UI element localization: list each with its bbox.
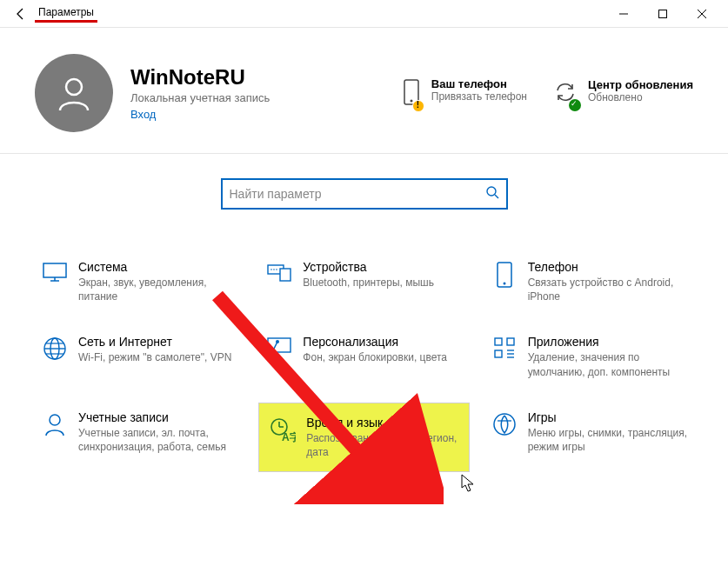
tile-gaming[interactable]: ИгрыМеню игры, снимки, трансляция, режим… [484, 403, 693, 471]
gaming-icon [490, 412, 519, 436]
svg-point-14 [271, 269, 273, 270]
personalization-icon [264, 336, 294, 357]
account-header: WinNoteRU Локальная учетная запись Вход … [0, 28, 728, 154]
search-input[interactable] [230, 187, 485, 201]
svg-rect-27 [507, 338, 514, 345]
svg-rect-28 [495, 350, 502, 357]
update-card[interactable]: Центр обновления Обновлено [553, 78, 693, 108]
svg-point-32 [50, 415, 60, 425]
svg-point-37 [494, 414, 515, 435]
phone-card[interactable]: Ваш телефон Привязать телефон [402, 77, 527, 109]
accounts-icon [40, 412, 70, 436]
devices-icon [264, 262, 294, 283]
network-icon [40, 336, 70, 361]
settings-grid: СистемаЭкран, звук, уведомления, питание… [0, 236, 728, 471]
tile-sub: Связать устройство с Android, iPhone [528, 276, 688, 303]
tile-sub: Фон, экран блокировки, цвета [303, 350, 447, 364]
svg-rect-9 [43, 263, 66, 277]
warning-badge-icon [412, 100, 424, 112]
search-row [0, 154, 728, 236]
svg-rect-13 [280, 269, 291, 281]
tile-title: Приложения [528, 335, 688, 349]
tile-title: Система [78, 260, 238, 274]
ok-badge-icon [569, 99, 581, 111]
svg-point-15 [274, 269, 276, 270]
account-subtitle: Локальная учетная запись [130, 91, 270, 104]
svg-point-18 [503, 283, 505, 285]
phone-card-sub: Привязать телефон [431, 90, 527, 103]
svg-rect-26 [495, 338, 502, 345]
update-card-title: Центр обновления [588, 78, 693, 91]
tile-phone[interactable]: ТелефонСвязать устройство с Android, iPh… [484, 253, 693, 310]
phone-card-title: Ваш телефон [431, 77, 527, 90]
tile-title: Сеть и Интернет [78, 335, 231, 349]
tile-title: Игры [528, 410, 688, 424]
update-icon [553, 80, 578, 108]
search-icon [485, 185, 499, 203]
tile-title: Учетные записи [78, 410, 238, 424]
tile-title: Время и язык [306, 416, 459, 430]
maximize-button[interactable] [643, 0, 682, 28]
tile-time-language[interactable]: A字 Время и языкРаспознавание голоса, рег… [259, 403, 468, 471]
tile-devices[interactable]: УстройстваBluetooth, принтеры, мышь [259, 253, 468, 310]
svg-point-7 [487, 187, 496, 196]
tile-sub: Распознавание голоса, регион, дата [306, 431, 459, 459]
minimize-button[interactable] [604, 0, 643, 28]
svg-rect-1 [658, 10, 666, 17]
signin-link[interactable]: Вход [130, 108, 156, 121]
back-button[interactable] [7, 0, 35, 28]
tile-sub: Учетные записи, эл. почта, синхронизация… [78, 426, 238, 454]
cursor-icon [461, 474, 477, 493]
close-button[interactable] [682, 0, 721, 28]
account-name: WinNoteRU [130, 65, 270, 90]
tile-sub: Экран, звук, уведомления, питание [78, 276, 238, 303]
tile-sub: Wi-Fi, режим "в самолете", VPN [78, 350, 231, 364]
system-icon [40, 262, 70, 283]
tile-sub: Удаление, значения по умолчанию, доп. ко… [528, 350, 688, 378]
tile-title: Устройства [303, 260, 434, 274]
tile-system[interactable]: СистемаЭкран, звук, уведомления, питание [35, 253, 244, 310]
tile-apps[interactable]: ПриложенияУдаление, значения по умолчани… [484, 328, 693, 385]
window-title: Параметры [35, 4, 97, 23]
tile-title: Персонализация [303, 335, 447, 349]
window-controls [604, 0, 721, 28]
svg-point-6 [410, 100, 412, 103]
apps-icon [490, 336, 519, 359]
tile-accounts[interactable]: Учетные записиУчетные записи, эл. почта,… [35, 403, 244, 471]
svg-point-16 [277, 269, 278, 270]
avatar[interactable] [35, 54, 113, 132]
account-info: WinNoteRU Локальная учетная запись Вход [130, 65, 270, 122]
tile-sub: Меню игры, снимки, трансляция, режим игр… [528, 426, 688, 454]
tile-title: Телефон [528, 260, 688, 274]
search-box[interactable] [221, 178, 508, 210]
svg-point-4 [66, 79, 82, 95]
phone-tile-icon [490, 262, 519, 288]
svg-line-8 [495, 195, 498, 198]
time-language-icon: A字 [268, 417, 297, 443]
phone-icon [402, 79, 421, 109]
update-card-sub: Обновлено [588, 91, 693, 103]
tile-network[interactable]: Сеть и ИнтернетWi-Fi, режим "в самолете"… [35, 328, 244, 385]
svg-point-25 [276, 340, 279, 343]
tile-sub: Bluetooth, принтеры, мышь [303, 276, 434, 290]
titlebar: Параметры [0, 0, 728, 28]
svg-text:A字: A字 [282, 431, 296, 443]
tile-personalization[interactable]: ПерсонализацияФон, экран блокировки, цве… [259, 328, 468, 385]
svg-rect-24 [268, 338, 291, 352]
